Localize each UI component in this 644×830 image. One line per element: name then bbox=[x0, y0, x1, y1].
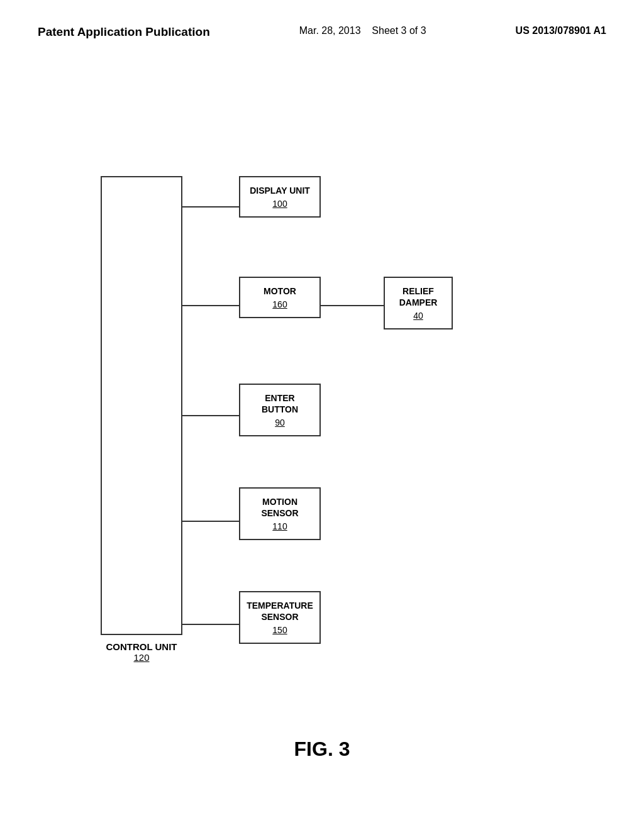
header-sheet: Sheet 3 of 3 bbox=[372, 25, 426, 36]
enter-button-label: ENTERBUTTON bbox=[245, 392, 314, 415]
header-center: Mar. 28, 2013 Sheet 3 of 3 bbox=[299, 25, 426, 36]
line-to-temp bbox=[182, 624, 239, 625]
relief-damper-number: 40 bbox=[390, 311, 447, 321]
motor-number: 160 bbox=[245, 299, 314, 309]
temperature-sensor-number: 150 bbox=[245, 625, 314, 635]
figure-label: FIG. 3 bbox=[0, 738, 644, 761]
temperature-sensor-box: TEMPERATURESENSOR 150 bbox=[239, 591, 321, 644]
header-patent-number: US 2013/078901 A1 bbox=[516, 25, 606, 36]
header-date: Mar. 28, 2013 bbox=[299, 25, 361, 36]
control-unit-number: 120 bbox=[101, 652, 182, 663]
temperature-sensor-label: TEMPERATURESENSOR bbox=[245, 600, 314, 622]
enter-button-number: 90 bbox=[245, 418, 314, 428]
line-motor-to-damper bbox=[321, 305, 384, 306]
motion-sensor-label: MOTIONSENSOR bbox=[245, 496, 314, 519]
control-unit-label: CONTROL UNIT bbox=[101, 641, 182, 652]
line-to-display bbox=[182, 206, 239, 208]
display-unit-box: DISPLAY UNIT 100 bbox=[239, 176, 321, 218]
motion-sensor-box: MOTIONSENSOR 110 bbox=[239, 487, 321, 540]
relief-damper-box: RELIEFDAMPER 40 bbox=[384, 277, 453, 329]
display-unit-number: 100 bbox=[245, 199, 314, 209]
line-to-motor bbox=[182, 305, 239, 306]
control-unit-box bbox=[101, 176, 182, 635]
line-to-motion bbox=[182, 521, 239, 522]
motor-label: MOTOR bbox=[245, 285, 314, 297]
line-to-enter bbox=[182, 415, 239, 416]
motor-box: MOTOR 160 bbox=[239, 277, 321, 318]
enter-button-box: ENTERBUTTON 90 bbox=[239, 384, 321, 436]
diagram-area: CONTROL UNIT 120 DISPLAY UNIT 100 MOTOR … bbox=[50, 138, 591, 654]
relief-damper-label: RELIEFDAMPER bbox=[390, 285, 447, 308]
motion-sensor-number: 110 bbox=[245, 521, 314, 531]
display-unit-label: DISPLAY UNIT bbox=[245, 185, 314, 196]
patent-publication-label: Patent Application Publication bbox=[38, 25, 210, 39]
